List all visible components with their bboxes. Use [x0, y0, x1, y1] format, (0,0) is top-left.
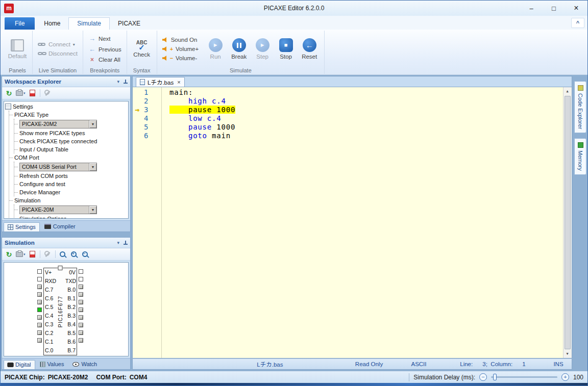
breakpoint-margin[interactable] — [133, 132, 142, 140]
panel-menu-icon[interactable]: ▾ — [117, 240, 119, 245]
tab-document[interactable]: Lチカ.bas × — [136, 77, 185, 87]
breakpoint-margin[interactable] — [133, 97, 142, 106]
reset-button[interactable]: ← Reset — [298, 37, 321, 61]
pin-pad-left[interactable] — [37, 277, 42, 281]
break-button[interactable]: Break — [227, 37, 251, 61]
sound-on-button[interactable]: Sound On — [160, 36, 201, 44]
tree-item-configure-and-test[interactable]: Configure and test — [14, 180, 127, 188]
breakpoint-margin[interactable] — [133, 123, 142, 132]
pin-pad-left[interactable] — [37, 300, 42, 304]
pin-pad-right[interactable] — [79, 277, 83, 281]
pdf-export-button[interactable] — [28, 249, 37, 259]
tree-item-check-type-connected[interactable]: Check PICAXE type connected — [14, 137, 127, 145]
zoom-out-button[interactable]: − — [81, 249, 90, 259]
panel-menu-icon[interactable]: ▾ — [117, 79, 119, 84]
next-breakpoint-button[interactable]: → Next — [86, 34, 124, 43]
pin-pad-right[interactable] — [79, 307, 83, 312]
pdf-export-button[interactable] — [28, 88, 37, 98]
previous-breakpoint-button[interactable]: ← Previous — [86, 44, 124, 54]
pin-pad-right[interactable] — [79, 269, 83, 274]
volume-up-button[interactable]: + Volume+ — [160, 45, 201, 53]
pin-pad-left[interactable] — [37, 338, 42, 343]
tree-item-input-output-table[interactable]: Input / Output Table — [14, 145, 127, 153]
code-editor[interactable]: 1 main: 2 high c.4 3 — [132, 87, 572, 358]
combo-dropdown-icon[interactable]: ▼ — [89, 163, 96, 171]
app-logo-icon[interactable]: m — [4, 4, 14, 13]
delay-slider[interactable] — [491, 376, 557, 378]
combo-dropdown-icon[interactable]: ▼ — [89, 206, 96, 214]
editor-scrollbar[interactable]: ▲ ▼ — [563, 87, 572, 358]
breakpoint-margin[interactable] — [133, 88, 142, 97]
com-port-combo[interactable]: COM4 USB Serial Port ▼ — [19, 163, 97, 171]
simulation-chip-combo[interactable]: PICAXE-20M ▼ — [19, 205, 97, 214]
delay-increase-button[interactable]: + — [561, 373, 569, 381]
zoom-in-button[interactable]: + — [69, 249, 79, 259]
pin-pad-right[interactable] — [79, 292, 83, 297]
scroll-down-icon[interactable]: ▼ — [564, 350, 572, 358]
pin-pad-right[interactable] — [79, 285, 83, 289]
tab-watch[interactable]: Watch — [68, 359, 101, 369]
clear-all-breakpoints-button[interactable]: × Clear All — [86, 55, 124, 64]
tab-home[interactable]: Home — [36, 18, 68, 30]
refresh-button[interactable]: ↻ — [4, 249, 14, 259]
volume-down-button[interactable]: − Volume- — [160, 54, 201, 62]
disconnect-button[interactable]: Disconnect — [36, 49, 80, 58]
combo-dropdown-icon[interactable]: ▼ — [89, 120, 96, 128]
maximize-button[interactable]: □ — [543, 1, 565, 16]
pin-pad-left[interactable] — [37, 292, 42, 297]
print-button[interactable]: ▾ — [15, 249, 26, 259]
breakpoint-margin[interactable] — [133, 106, 142, 114]
step-button[interactable]: ► Step — [251, 37, 274, 61]
tree-item-device-manager[interactable]: Device Manager — [14, 188, 127, 196]
pin-icon[interactable] — [124, 80, 128, 84]
tab-values[interactable]: Values — [36, 359, 68, 369]
default-panels-button[interactable]: Default — [6, 38, 29, 61]
tree-item-refresh-com-ports[interactable]: Refresh COM ports — [14, 172, 127, 180]
tab-close-icon[interactable]: × — [177, 79, 180, 85]
syntax-check-button[interactable]: ABC✓ Check — [130, 39, 154, 59]
pin-pad-left[interactable] — [37, 323, 42, 327]
minimize-button[interactable]: – — [520, 1, 543, 16]
pin-pad-right[interactable] — [79, 338, 83, 343]
print-button[interactable]: ▾ — [15, 88, 26, 98]
scrollbar-thumb[interactable] — [565, 96, 571, 349]
tab-simulate[interactable]: Simulate — [68, 17, 110, 30]
options-button[interactable] — [43, 88, 53, 98]
tree-item-picaxe-type[interactable]: PICAXE Type — [9, 111, 127, 119]
breakpoint-margin[interactable] — [133, 114, 142, 123]
connect-button[interactable]: Connect ▾ — [36, 40, 80, 48]
delay-slider-thumb[interactable] — [493, 374, 497, 380]
stop-button[interactable]: ■ Stop — [274, 37, 298, 61]
tab-settings[interactable]: Settings — [4, 222, 40, 231]
refresh-button[interactable]: ↻ — [4, 88, 14, 98]
tab-digital[interactable]: Digital — [4, 360, 35, 369]
pin-pad-right[interactable] — [79, 315, 83, 320]
tab-picaxe[interactable]: PICAXE — [110, 18, 149, 30]
tree-root-settings[interactable]: Settings — [5, 102, 127, 111]
options-button[interactable] — [43, 249, 53, 259]
tree-item-simulation-options[interactable]: Simulation Options — [14, 215, 127, 219]
zoom-button[interactable] — [58, 249, 68, 259]
tab-compiler[interactable]: Compiler — [40, 222, 80, 231]
pin-pad-left[interactable] — [37, 269, 42, 274]
delay-decrease-button[interactable]: − — [479, 373, 487, 381]
pin-pad-left[interactable] — [37, 307, 42, 312]
tab-file[interactable]: File — [5, 17, 35, 30]
pin-pad-right[interactable] — [79, 300, 83, 304]
tree-item-simulation[interactable]: Simulation — [9, 196, 127, 204]
pin-icon[interactable] — [124, 241, 128, 245]
pin-pad-left[interactable] — [37, 330, 42, 335]
scroll-up-icon[interactable]: ▲ — [564, 87, 572, 95]
pin-pad-right[interactable] — [79, 330, 83, 335]
ribbon-collapse-button[interactable]: ^ — [571, 18, 584, 28]
pin-pad-left[interactable] — [37, 315, 42, 320]
tab-code-explorer[interactable]: Code Explorer — [574, 81, 586, 133]
tree-item-show-more-types[interactable]: Show more PICAXE types — [14, 129, 127, 137]
close-button[interactable]: × — [565, 1, 587, 16]
pin-pad-right[interactable] — [79, 323, 83, 327]
tree-item-com-port[interactable]: COM Port — [9, 153, 127, 162]
tab-memory[interactable]: Memory — [574, 138, 586, 175]
picaxe-type-combo[interactable]: PICAXE-20M2 ▼ — [19, 120, 97, 128]
run-button[interactable]: ► Run — [204, 37, 227, 61]
pin-pad-left[interactable] — [37, 285, 42, 289]
